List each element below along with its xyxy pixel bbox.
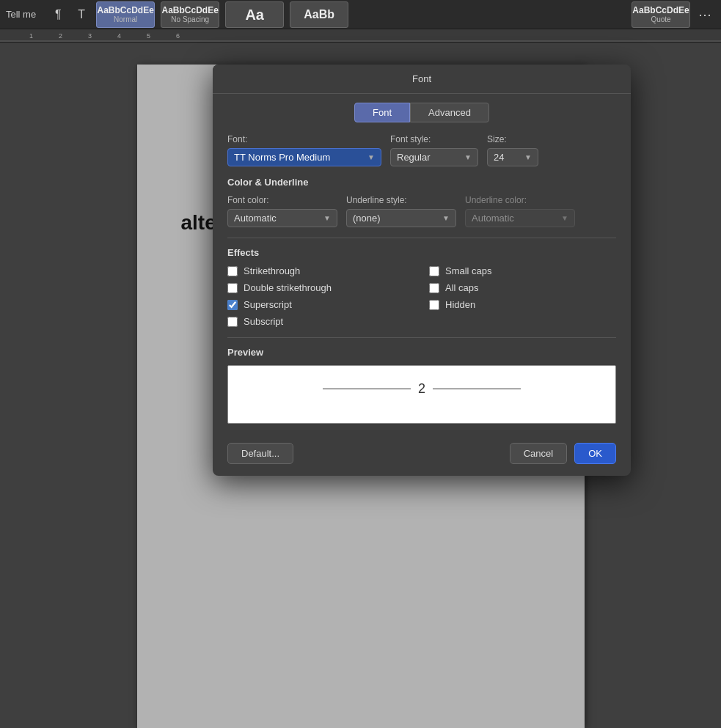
style-normal-label: Normal [114, 15, 137, 23]
underline-style-field-group: Underline style: (none) ▼ [346, 195, 456, 227]
effects-section-title: Effects [227, 247, 616, 258]
font-name-value: TT Norms Pro Medium [234, 152, 330, 163]
style-no-spacing-label: No Spacing [171, 15, 209, 23]
all-caps-label: All caps [445, 282, 479, 293]
style-heading1[interactable]: Aa [225, 1, 284, 28]
font-name-chevron: ▼ [367, 153, 375, 161]
divider-2 [227, 337, 616, 338]
preview-line-left [323, 389, 411, 389]
effect-strikethrough: Strikethrough [227, 265, 414, 276]
font-size-chevron: ▼ [524, 153, 532, 161]
color-row: Font color: Automatic ▼ Underline style:… [227, 195, 616, 227]
font-name-select[interactable]: TT Norms Pro Medium ▼ [227, 148, 381, 166]
strikethrough-label: Strikethrough [244, 265, 300, 276]
hidden-label: Hidden [445, 299, 475, 310]
tab-advanced[interactable]: Advanced [410, 103, 489, 122]
svg-text:5: 5 [147, 32, 150, 40]
underline-style-chevron: ▼ [442, 214, 450, 222]
underline-color-field-group: Underline color: Automatic ▼ [465, 195, 575, 227]
preview-line-right [433, 389, 521, 389]
preview-character: 2 [418, 381, 425, 397]
style-no-spacing[interactable]: AaBbCcDdEe No Spacing [161, 1, 219, 28]
divider-1 [227, 238, 616, 238]
preview-box: 2 [227, 365, 616, 424]
font-color-value: Automatic [234, 213, 277, 224]
superscript-label: Superscript [244, 299, 292, 310]
underline-style-label: Underline style: [346, 195, 456, 205]
subscript-checkbox[interactable] [227, 317, 238, 327]
small-caps-checkbox[interactable] [429, 266, 439, 276]
svg-text:1: 1 [29, 32, 33, 40]
font-style-label: Font style: [390, 134, 478, 144]
underline-color-label: Underline color: [465, 195, 575, 205]
dialog-footer: Default... Cancel OK [213, 435, 631, 476]
default-button[interactable]: Default... [227, 443, 293, 464]
svg-text:6: 6 [176, 32, 180, 40]
strikethrough-checkbox[interactable] [227, 266, 238, 276]
superscript-checkbox[interactable] [227, 300, 238, 310]
font-style-value: Regular [397, 152, 431, 163]
font-color-select[interactable]: Automatic ▼ [227, 209, 337, 227]
ruler: 1 2 3 4 5 6 [0, 29, 721, 43]
underline-style-value: (none) [353, 213, 381, 224]
style-quote-label: Quote [651, 15, 670, 23]
font-row: Font: TT Norms Pro Medium ▼ Font style: … [227, 134, 616, 166]
effects-grid: Strikethrough Small caps Double striketh… [227, 265, 616, 327]
svg-text:2: 2 [59, 32, 62, 40]
dialog-title: Font [412, 73, 431, 84]
effect-superscript: Superscript [227, 299, 414, 310]
svg-text:3: 3 [88, 32, 92, 40]
tab-font[interactable]: Font [354, 103, 410, 122]
effect-all-caps: All caps [429, 282, 616, 293]
font-label: Font: [227, 134, 381, 144]
hidden-checkbox[interactable] [429, 300, 439, 310]
effect-small-caps: Small caps [429, 265, 616, 276]
double-strikethrough-checkbox[interactable] [227, 283, 238, 293]
font-style-select[interactable]: Regular ▼ [390, 148, 478, 166]
font-color-chevron: ▼ [323, 214, 331, 222]
toolbar: Tell me ¶ T AaBbCcDdEe Normal AaBbCcDdEe… [0, 0, 721, 29]
font-style-chevron: ▼ [464, 153, 472, 161]
paragraph-icon[interactable]: ¶ [48, 4, 68, 25]
main-area: alternatives2 Font Font Advanced Font: [0, 43, 721, 728]
more-icon[interactable]: ⋯ [695, 4, 715, 25]
color-underline-section-title: Color & Underline [227, 177, 616, 188]
dialog-body: Font: TT Norms Pro Medium ▼ Font style: … [213, 122, 631, 435]
all-caps-checkbox[interactable] [429, 283, 439, 293]
preview-label: Preview [227, 347, 616, 358]
cancel-button[interactable]: Cancel [510, 443, 567, 464]
font-size-value: 24 [494, 152, 504, 163]
dialog-tab-bar: Font Advanced [213, 94, 631, 122]
dialog-titlebar: Font [213, 65, 631, 94]
underline-style-select[interactable]: (none) ▼ [346, 209, 456, 227]
font-size-field-group: Size: 24 ▼ [487, 134, 538, 166]
effect-double-strikethrough: Double strikethrough [227, 282, 414, 293]
text-icon[interactable]: T [71, 4, 92, 25]
underline-color-select[interactable]: Automatic ▼ [465, 209, 575, 227]
style-quote-sample: AaBbCcDdEe [632, 5, 689, 15]
font-field-group: Font: TT Norms Pro Medium ▼ [227, 134, 381, 166]
ok-button[interactable]: OK [574, 443, 616, 464]
style-heading1-sample: Aa [245, 7, 264, 22]
style-quote[interactable]: AaBbCcDdEe Quote [632, 1, 690, 28]
font-style-field-group: Font style: Regular ▼ [390, 134, 478, 166]
style-heading2[interactable]: AaBb [290, 1, 348, 28]
preview-section: Preview 2 [227, 347, 616, 424]
double-strikethrough-label: Double strikethrough [244, 282, 332, 293]
style-normal[interactable]: AaBbCcDdEe Normal [96, 1, 155, 28]
effect-hidden: Hidden [429, 299, 616, 310]
font-color-label: Font color: [227, 195, 337, 205]
font-dialog: Font Font Advanced Font: TT Norms Pro Me… [213, 65, 631, 476]
underline-color-chevron: ▼ [561, 214, 568, 222]
small-caps-label: Small caps [445, 265, 492, 276]
footer-right: Cancel OK [510, 443, 616, 464]
style-normal-sample: AaBbCcDdEe [98, 5, 154, 15]
app-title: Tell me [6, 9, 36, 20]
underline-color-value: Automatic [472, 213, 514, 224]
font-size-label: Size: [487, 134, 538, 144]
effect-subscript: Subscript [227, 316, 414, 327]
style-heading2-sample: AaBb [304, 9, 334, 21]
style-no-spacing-sample: AaBbCcDdEe [162, 5, 219, 15]
font-size-select[interactable]: 24 ▼ [487, 148, 538, 166]
svg-text:4: 4 [117, 32, 121, 40]
